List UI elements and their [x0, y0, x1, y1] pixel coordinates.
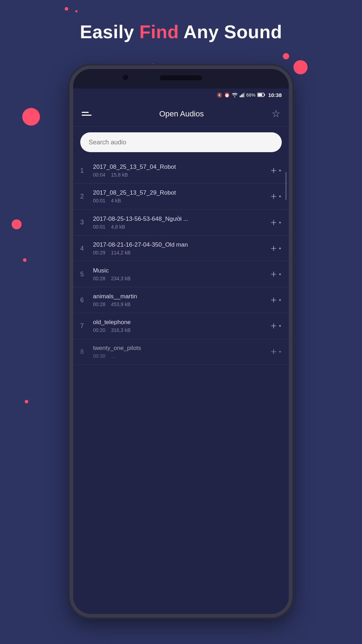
item-number: 4 [80, 245, 93, 252]
item-action-button[interactable] [270, 219, 282, 226]
search-container [73, 127, 289, 158]
item-title: twenty_one_pilots [93, 345, 265, 352]
item-title: animals__martin [93, 293, 265, 300]
favorites-button[interactable]: ☆ [272, 108, 280, 120]
decorative-dot [65, 7, 68, 11]
item-number: 6 [80, 297, 93, 304]
status-icons: 🔇 ⏰ 68% 10:38 [217, 92, 282, 98]
header-prefix: Easily [80, 22, 139, 42]
item-size: ... [111, 353, 115, 359]
list-item[interactable]: 2 2017_08_25_13_57_29_Robot 00:01 4 kB [73, 184, 289, 209]
phone-speaker [160, 75, 202, 80]
item-meta: 00:29 114,2 kB [93, 250, 265, 255]
item-action-button[interactable] [270, 322, 282, 330]
decorative-dot [22, 108, 40, 126]
list-item[interactable]: 1 2017_08_25_13_57_04_Robot 00:04 15,8 k… [73, 158, 289, 184]
svg-rect-5 [258, 94, 262, 96]
phone-top-bar [73, 69, 289, 90]
alarm-icon: ⏰ [224, 92, 230, 98]
decorative-dot [25, 400, 28, 403]
app-toolbar: Open Audios ☆ [73, 101, 289, 127]
app-title: Open Audios [159, 109, 204, 119]
battery-icon [257, 93, 265, 97]
signal-icon [240, 92, 245, 97]
item-size: 234,3 kB [111, 276, 130, 281]
status-bar: 🔇 ⏰ 68% 10:38 [73, 88, 289, 101]
item-meta: 00:01 4 kB [93, 198, 265, 203]
item-title: 2017-08-21-16-27-04-350_Old man [93, 241, 265, 248]
item-number: 2 [80, 193, 93, 200]
page-header: Easily Find Any Sound [0, 21, 362, 42]
item-number: 3 [80, 219, 93, 226]
search-input[interactable] [80, 132, 282, 152]
item-duration: 00:28 [93, 301, 105, 307]
item-meta: 00:28 453,9 kB [93, 301, 265, 307]
item-number: 1 [80, 167, 93, 174]
item-action-button[interactable] [270, 348, 282, 356]
decorative-dot [23, 258, 27, 262]
battery-percent: 68% [246, 92, 256, 98]
item-title: old_telephone [93, 319, 265, 326]
list-item[interactable]: 7 old_telephone 00:20 316,3 kB [73, 313, 289, 339]
item-number: 5 [80, 271, 93, 278]
item-number: 7 [80, 322, 93, 330]
svg-rect-3 [244, 92, 245, 97]
item-duration: 00:28 [93, 276, 105, 281]
item-info: animals__martin 00:28 453,9 kB [93, 293, 265, 307]
decorative-dot [12, 219, 22, 229]
menu-button[interactable] [82, 112, 92, 116]
item-size: 453,9 kB [111, 301, 130, 307]
decorative-dot [75, 10, 77, 12]
item-info: old_telephone 00:20 316,3 kB [93, 319, 265, 333]
list-item[interactable]: 6 animals__martin 00:28 453,9 kB [73, 287, 289, 313]
item-info: 2017-08-25-13-56-53-648_Người ... 00:01 … [93, 215, 265, 230]
audio-list: 1 2017_08_25_13_57_04_Robot 00:04 15,8 k… [73, 158, 289, 365]
item-title: 2017_08_25_13_57_29_Robot [93, 189, 265, 196]
item-number: 8 [80, 348, 93, 356]
header-highlight: Find [139, 22, 179, 42]
item-size: 4 kB [111, 198, 121, 203]
item-duration: 00:01 [93, 224, 105, 230]
item-size: 114,2 kB [111, 250, 130, 255]
wifi-icon [232, 92, 238, 97]
item-size: 316,3 kB [111, 327, 130, 333]
list-item[interactable]: 8 twenty_one_pilots 00:30 ... [73, 339, 289, 365]
item-title: Music [93, 267, 265, 274]
item-duration: 00:20 [93, 327, 105, 333]
svg-rect-1 [241, 94, 242, 97]
item-meta: 00:30 ... [93, 353, 265, 359]
item-info: Music 00:28 234,3 kB [93, 267, 265, 281]
app-content: Open Audios ☆ 1 2017_08_25_13_57_04_Robo… [73, 101, 289, 614]
item-duration: 00:30 [93, 353, 105, 359]
list-item[interactable]: 3 2017-08-25-13-56-53-648_Người ... 00:0… [73, 209, 289, 236]
list-item[interactable]: 5 Music 00:28 234,3 kB [73, 261, 289, 287]
item-info: 2017-08-21-16-27-04-350_Old man 00:29 11… [93, 241, 265, 255]
item-action-button[interactable] [270, 192, 282, 200]
item-info: twenty_one_pilots 00:30 ... [93, 345, 265, 359]
item-size: 15,8 kB [111, 172, 128, 178]
item-action-button[interactable] [270, 270, 282, 278]
item-info: 2017_08_25_13_57_29_Robot 00:01 4 kB [93, 189, 265, 203]
phone-camera [123, 75, 128, 80]
item-meta: 00:01 4,8 kB [93, 224, 265, 230]
item-title: 2017_08_25_13_57_04_Robot [93, 163, 265, 171]
item-duration: 00:04 [93, 172, 105, 178]
item-meta: 00:20 316,3 kB [93, 327, 265, 333]
item-info: 2017_08_25_13_57_04_Robot 00:04 15,8 kB [93, 163, 265, 178]
header-suffix: Any Sound [179, 22, 282, 42]
item-title: 2017-08-25-13-56-53-648_Người ... [93, 215, 265, 223]
item-meta: 00:04 15,8 kB [93, 172, 265, 178]
item-action-button[interactable] [270, 245, 282, 252]
time-display: 10:38 [268, 92, 282, 98]
phone-frame: 🔇 ⏰ 68% 10:38 [70, 65, 292, 617]
scrollbar-indicator [285, 172, 287, 200]
list-item[interactable]: 4 2017-08-21-16-27-04-350_Old man 00:29 … [73, 236, 289, 261]
item-duration: 00:01 [93, 198, 105, 203]
decorative-dot [293, 60, 308, 74]
mute-icon: 🔇 [217, 92, 222, 98]
item-action-button[interactable] [270, 296, 282, 304]
item-action-button[interactable] [270, 167, 282, 174]
svg-rect-6 [264, 94, 265, 96]
svg-rect-0 [240, 96, 241, 97]
svg-rect-2 [243, 93, 244, 97]
